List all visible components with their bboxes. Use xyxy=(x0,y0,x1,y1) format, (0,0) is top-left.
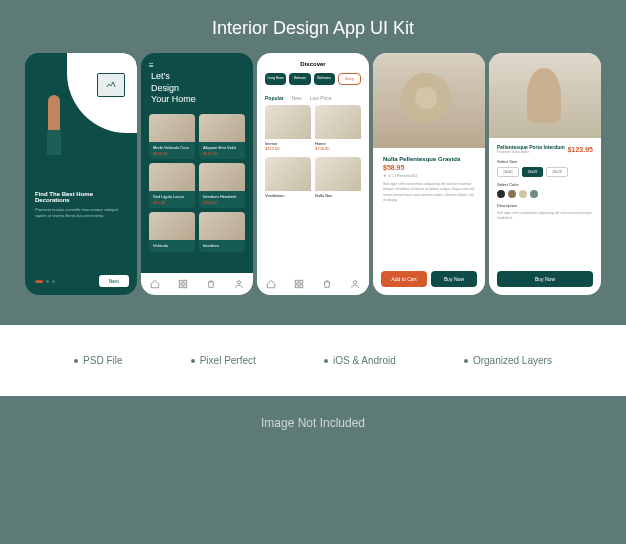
next-button[interactable]: Next xyxy=(99,275,129,287)
svg-rect-8 xyxy=(300,285,303,288)
product-image xyxy=(401,73,451,123)
size-option[interactable]: 10x10 xyxy=(497,167,519,177)
product-thumbnail xyxy=(265,157,311,191)
svg-rect-7 xyxy=(295,285,298,288)
color-swatch[interactable] xyxy=(497,190,505,198)
card-title: Nulla Non xyxy=(315,193,361,198)
card-title: Interdum Hendrerit xyxy=(203,194,241,199)
add-to-cart-button[interactable]: Add to Cart xyxy=(381,271,427,287)
buy-now-button[interactable]: Buy Now xyxy=(497,271,593,287)
color-options xyxy=(497,190,593,198)
home-heading: Let's Design Your Home xyxy=(151,71,243,106)
screen-onboarding: Skip Find The Best Home Decorations Prae… xyxy=(25,53,137,295)
product-card[interactable]: Morbi Vehicula Cum$323.00 xyxy=(149,114,195,159)
product-subtitle: Praesent tellus dolor xyxy=(497,150,565,154)
person-illustration xyxy=(43,95,65,155)
home-icon[interactable] xyxy=(150,279,160,289)
card-title: Aliquam Erat Volut xyxy=(203,145,241,150)
menu-icon[interactable]: ≡ xyxy=(149,61,154,70)
bullet-icon xyxy=(464,359,468,363)
size-option[interactable]: 20x20 xyxy=(546,167,568,177)
bullet-icon xyxy=(191,359,195,363)
category-chip[interactable]: Bathroom xyxy=(314,73,335,85)
features-bar: PSD FilePixel PerfectiOS & AndroidOrgani… xyxy=(0,325,626,396)
product-thumbnail xyxy=(199,114,245,142)
bag-icon[interactable] xyxy=(206,279,216,289)
discover-title: Discover xyxy=(265,61,361,67)
product-card[interactable]: Home$156.00 xyxy=(315,105,361,153)
screen-product: Nulla Pellentesque Gravida $58.95 ★ 4.5 … xyxy=(373,53,485,295)
product-thumbnail xyxy=(199,163,245,191)
color-swatch[interactable] xyxy=(530,190,538,198)
screen-home: ≡ Let's Design Your Home Morbi Vehicula … xyxy=(141,53,253,295)
svg-rect-1 xyxy=(184,280,187,283)
home-icon[interactable] xyxy=(266,279,276,289)
svg-rect-3 xyxy=(184,285,187,288)
product-description: Sed eget velit consectetur adipiscing el… xyxy=(497,211,593,221)
feature-item: Pixel Perfect xyxy=(191,355,256,366)
product-hero xyxy=(373,53,485,148)
screen-discover: Discover Living RoomBedroomBathroomDinin… xyxy=(257,53,369,295)
color-label: Select Color xyxy=(497,182,593,187)
card-price: $45.00 xyxy=(153,200,191,205)
product-price: $58.95 xyxy=(383,164,475,171)
screen-product-detail: Pellentesque Porta Interdum Praesent tel… xyxy=(489,53,601,295)
product-thumbnail xyxy=(199,212,245,240)
product-price: $123.95 xyxy=(568,146,593,153)
product-rating: ★ 4.5 | Review(35) xyxy=(383,173,475,178)
sort-tab[interactable]: New xyxy=(292,95,302,101)
bag-icon[interactable] xyxy=(322,279,332,289)
bullet-icon xyxy=(74,359,78,363)
product-thumbnail xyxy=(265,105,311,139)
product-thumbnail xyxy=(315,157,361,191)
feature-item: PSD File xyxy=(74,355,122,366)
category-chip[interactable]: Dining xyxy=(338,73,361,85)
card-title: Sed Ligula Lacus xyxy=(153,194,191,199)
picture-frame-icon xyxy=(97,73,125,97)
page-indicator xyxy=(35,280,55,283)
product-thumbnail xyxy=(149,163,195,191)
onboarding-body: Praesent mauris convallis risus ornare v… xyxy=(35,207,127,219)
card-title: Morbi Vehicula Cum xyxy=(153,145,191,150)
buy-now-button[interactable]: Buy Now xyxy=(431,271,477,287)
bottom-nav xyxy=(141,273,253,295)
product-card[interactable]: Sed Ligula Lacus$45.00 xyxy=(149,163,195,208)
card-price: $323.00 xyxy=(265,146,311,151)
product-card[interactable]: Vehicula xyxy=(149,212,195,252)
sort-tab[interactable]: Low Price xyxy=(310,95,332,101)
color-swatch[interactable] xyxy=(519,190,527,198)
onboarding-heading: Find The Best Home Decorations xyxy=(35,191,127,203)
svg-rect-5 xyxy=(295,280,298,283)
svg-rect-2 xyxy=(179,285,182,288)
user-icon[interactable] xyxy=(350,279,360,289)
user-icon[interactable] xyxy=(234,279,244,289)
screen-row: Skip Find The Best Home Decorations Prae… xyxy=(0,53,626,295)
card-price: $156.00 xyxy=(203,200,241,205)
card-title: Vehicula xyxy=(153,243,191,248)
product-card[interactable]: Interior$323.00 xyxy=(265,105,311,153)
product-card[interactable]: Aliquam Erat Volut$545.00 xyxy=(199,114,245,159)
feature-item: iOS & Android xyxy=(324,355,396,366)
card-title: Vestibulum xyxy=(265,193,311,198)
product-description: Sed eget velit consectetur adipiscing el… xyxy=(383,182,475,203)
grid-icon[interactable] xyxy=(294,279,304,289)
product-card[interactable]: Nulla Non xyxy=(315,157,361,200)
category-chip[interactable]: Living Room xyxy=(265,73,286,85)
product-card[interactable]: Interdum xyxy=(199,212,245,252)
grid-icon[interactable] xyxy=(178,279,188,289)
description-label: Description xyxy=(497,203,593,208)
size-label: Select Size xyxy=(497,159,593,164)
category-chip[interactable]: Bedroom xyxy=(289,73,310,85)
size-option[interactable]: 18x20 xyxy=(522,167,544,177)
svg-point-4 xyxy=(237,281,240,284)
svg-point-9 xyxy=(353,281,356,284)
color-swatch[interactable] xyxy=(508,190,516,198)
product-card[interactable]: Vestibulum xyxy=(265,157,311,200)
product-card[interactable]: Interdum Hendrerit$156.00 xyxy=(199,163,245,208)
feature-item: Organized Layers xyxy=(464,355,552,366)
product-title: Nulla Pellentesque Gravida xyxy=(383,156,475,162)
onboarding-illustration xyxy=(25,53,137,183)
sort-tab[interactable]: Popular xyxy=(265,95,284,101)
product-thumbnail xyxy=(149,212,195,240)
bottom-nav xyxy=(257,273,369,295)
